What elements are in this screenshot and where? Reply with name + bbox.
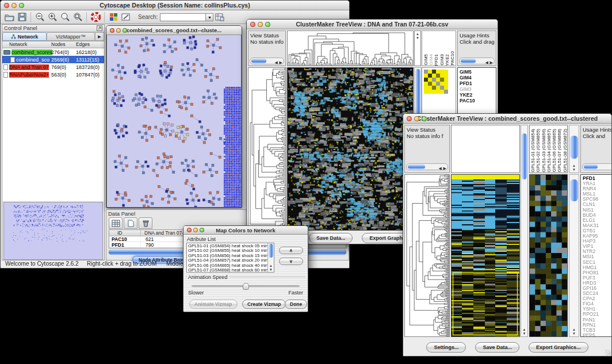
scroll-left-icon[interactable]: ◀	[439, 165, 442, 171]
minimize-icon[interactable]	[414, 116, 419, 121]
search-dropdown-icon[interactable]: ▾	[206, 13, 213, 21]
network-list-row[interactable]: combined_scores2764(0)16218(0)	[2, 48, 104, 56]
zoom-window-icon[interactable]	[200, 228, 204, 232]
resize-grip[interactable]	[605, 350, 611, 355]
vizmapper-icon[interactable]	[107, 12, 120, 23]
treeview1-zoom-heatmap[interactable]	[424, 70, 448, 94]
main-titlebar[interactable]: Cytoscape Desktop (Session Name: collins…	[1, 1, 349, 10]
scroll-down-icon[interactable]: ▼	[268, 268, 274, 271]
view-status-hscrollbar[interactable]: ◀▶	[406, 163, 448, 170]
zoom-in-icon[interactable]	[46, 12, 59, 23]
float-panel-icon[interactable]	[97, 25, 102, 32]
column-label[interactable]: GPL51-07 (GSM868)	[557, 129, 561, 173]
scroll-down-icon[interactable]: ▼	[569, 168, 579, 171]
column-label[interactable]: GIM4	[429, 54, 433, 66]
network-view-titlebar[interactable]: combined_scores_good.txt--cluste...	[106, 26, 242, 35]
scroll-left-icon[interactable]: ◀	[275, 59, 278, 66]
column-label[interactable]: GPL51-04 (GSM857)	[546, 129, 551, 173]
col-edges[interactable]: Edges	[76, 41, 90, 47]
column-label[interactable]: GPL51-06 (GSM865)	[552, 129, 556, 173]
minimize-icon[interactable]	[116, 28, 121, 33]
annotation-icon[interactable]	[120, 12, 132, 23]
close-icon[interactable]	[407, 116, 412, 121]
zoom-selected-icon[interactable]	[71, 12, 84, 23]
open-file-icon[interactable]	[3, 12, 16, 23]
node-attribute-grid-icon[interactable]	[109, 217, 123, 229]
scroll-down-icon[interactable]: ▼	[521, 332, 527, 335]
gene-label[interactable]: YKE2	[460, 92, 496, 98]
column-label[interactable]: YKE2	[445, 54, 449, 66]
attribute-list-item[interactable]: GPL51-07 (GSM868) heat shock 60 min	[188, 268, 267, 273]
treeview2-heatmap[interactable]	[451, 174, 520, 337]
treeview2-titlebar[interactable]: ClusterMaker TreeView : combined_scores_…	[403, 114, 611, 124]
attribute-browser-icon[interactable]	[213, 12, 226, 23]
zoom-window-icon[interactable]	[19, 3, 24, 8]
scroll-left-icon[interactable]: ◀	[485, 59, 488, 66]
column-label[interactable]: PAC10	[450, 51, 454, 66]
column-label[interactable]: GPL51-03 (GSM856)	[541, 129, 546, 173]
network-overview-canvas[interactable]	[4, 202, 102, 259]
save-data-button[interactable]: Save Data...	[475, 342, 519, 352]
gene-label[interactable]: GIM5	[460, 69, 496, 75]
gene-label[interactable]: PFD1	[460, 81, 496, 86]
treeview1-column-dendrogram[interactable]	[287, 30, 414, 66]
tab-more-icon[interactable]: ▶	[95, 32, 104, 41]
gene-label[interactable]: GIM4	[460, 75, 496, 81]
search-input[interactable]	[160, 13, 206, 21]
scroll-up-icon[interactable]: ▲	[521, 328, 527, 331]
treeview2-column-dendrogram[interactable]	[451, 125, 520, 173]
save-data-button[interactable]: Save Data...	[309, 233, 353, 243]
table-col-id[interactable]: ID	[109, 230, 141, 236]
gene-label[interactable]: PAC10	[460, 98, 496, 104]
treeview1-row-dendrogram[interactable]	[248, 67, 286, 231]
settings-button[interactable]: Settings...	[426, 342, 466, 352]
scroll-down-icon[interactable]: ▼	[415, 36, 420, 40]
network-canvas[interactable]	[106, 35, 242, 208]
scroll-up-icon[interactable]: ▲	[569, 328, 579, 331]
network-list-row[interactable]: RNAPuberNov2+563(0)107847(0)	[2, 71, 104, 78]
treeview2-row-dendrogram[interactable]	[404, 174, 450, 337]
new-attribute-icon[interactable]	[124, 217, 137, 229]
scroll-right-icon[interactable]: ▶	[490, 59, 493, 66]
column-label[interactable]: GIM5	[423, 54, 428, 66]
usage-hints-hscrollbar[interactable]	[582, 163, 612, 170]
treeview2-collabel-vscrollbar[interactable]: ▲ ▼	[569, 125, 579, 173]
column-label[interactable]: GPL51-08 (GSM872)	[563, 129, 567, 173]
save-icon[interactable]	[16, 12, 28, 23]
treeview2-genelist-vscrollbar[interactable]: ▲ ▼	[569, 174, 579, 337]
move-down-button[interactable]: ∨	[279, 258, 303, 265]
zoom-window-icon[interactable]	[265, 22, 270, 27]
minimize-icon[interactable]	[193, 228, 198, 232]
scroll-down-icon[interactable]: ▼	[569, 332, 579, 335]
column-label[interactable]: GPL51-02 (GSM855)	[536, 129, 540, 173]
scroll-right-icon[interactable]: ▶	[280, 59, 282, 66]
column-label[interactable]: GPL51-01 (GSM854)	[530, 129, 535, 173]
treeview2-vscrollbar[interactable]: ▲ ▼	[521, 125, 528, 337]
zoom-fit-icon[interactable]	[59, 12, 71, 23]
attribute-list-vscrollbar[interactable]: ▲ ▼	[267, 243, 274, 272]
usage-hints-hscrollbar[interactable]: ◀▶	[459, 58, 495, 64]
close-icon[interactable]	[110, 28, 114, 33]
delete-attribute-icon[interactable]	[139, 217, 152, 229]
scroll-up-icon[interactable]: ▲	[268, 264, 274, 267]
animation-speed-slider[interactable]	[192, 285, 300, 287]
zoom-window-icon[interactable]	[123, 28, 127, 33]
close-icon[interactable]	[250, 22, 255, 27]
column-label[interactable]: PFD1	[434, 54, 438, 66]
zoom-out-icon[interactable]	[33, 12, 46, 23]
col-nodes[interactable]: Nodes	[51, 41, 66, 47]
tab-vizmapper[interactable]: VizMapper™	[47, 32, 95, 41]
dialog-titlebar[interactable]: Map Colors to Network	[183, 226, 308, 235]
slider-thumb[interactable]	[243, 283, 249, 290]
network-list-row[interactable]: combined_sco2569(6)13112(15)	[2, 56, 104, 63]
minimize-icon[interactable]	[12, 3, 17, 8]
close-icon[interactable]	[187, 228, 192, 232]
scroll-up-icon[interactable]: ▲	[415, 32, 420, 36]
column-label[interactable]: GIM3	[439, 54, 444, 66]
gene-label[interactable]: GIM3	[460, 86, 496, 92]
treeview1-heatmap[interactable]	[287, 67, 414, 231]
gene-label[interactable]: PEP5	[583, 333, 612, 337]
minimize-icon[interactable]	[258, 22, 263, 27]
view-status-hscrollbar[interactable]: ◀▶	[250, 58, 284, 64]
treeview1-titlebar[interactable]: ClusterMaker TreeView : DNA and Tran 07-…	[247, 20, 498, 29]
